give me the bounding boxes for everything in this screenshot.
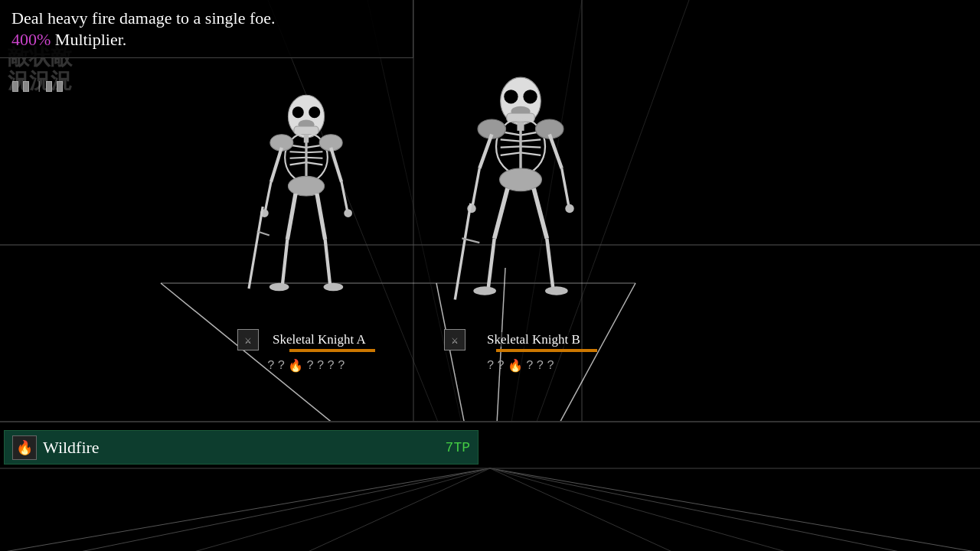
svg-point-68 <box>565 204 573 213</box>
skeleton-a-icon: ⚔ <box>237 329 259 350</box>
skeleton-a-name: Skeletal Knight A <box>273 332 366 347</box>
svg-point-75 <box>545 286 568 295</box>
svg-point-46 <box>504 90 518 103</box>
svg-line-83 <box>490 468 789 551</box>
svg-line-30 <box>271 148 282 182</box>
svg-line-25 <box>306 158 322 158</box>
skeleton-b-sprite <box>444 77 597 321</box>
svg-line-38 <box>283 240 287 285</box>
svg-line-22 <box>290 162 306 165</box>
multiplier-suffix: Multiplier. <box>51 30 126 49</box>
fire-status-icon: 🔥 <box>288 358 303 373</box>
svg-line-33 <box>341 182 348 211</box>
hp-segment <box>12 81 18 92</box>
svg-line-66 <box>562 168 569 206</box>
fire-status-b-icon: 🔥 <box>508 358 523 373</box>
svg-line-39 <box>317 194 325 240</box>
svg-line-43 <box>249 207 263 289</box>
skeleton-a-container[interactable]: ⚔ Skeletal Knight A ? ? 🔥 ? ? ? ? <box>237 92 375 373</box>
svg-line-57 <box>521 139 541 141</box>
svg-line-72 <box>534 188 547 238</box>
hp-segment <box>23 81 29 92</box>
svg-point-14 <box>309 106 320 118</box>
svg-line-24 <box>306 152 322 152</box>
svg-line-40 <box>325 240 330 285</box>
svg-point-47 <box>523 90 537 103</box>
description-area: Deal heavy fire damage to a single foe. … <box>0 0 413 58</box>
svg-line-82 <box>191 468 490 551</box>
hp-divider: | <box>36 80 42 93</box>
svg-line-63 <box>479 134 492 168</box>
skeleton-a-hp-bar <box>289 349 375 352</box>
svg-line-59 <box>521 152 541 155</box>
svg-line-70 <box>495 188 508 238</box>
hp-bar-container: | <box>11 80 64 93</box>
wildfire-icon: 🔥 <box>12 435 37 460</box>
skeleton-b-icon: ⚔ <box>444 329 466 350</box>
wildfire-name: Wildfire <box>43 438 439 458</box>
skeleton-b-name: Skeletal Knight B <box>487 332 580 347</box>
svg-line-32 <box>331 148 341 182</box>
skeleton-b-status: ? ? 🔥 ? ? ? <box>444 358 597 373</box>
multiplier-text: 400% <box>11 30 51 49</box>
skeleton-a-nameplate: ⚔ Skeletal Knight A <box>237 329 375 350</box>
svg-line-31 <box>265 182 271 211</box>
description-text: Deal heavy fire damage to a single foe. <box>11 8 401 30</box>
svg-point-69 <box>500 168 542 191</box>
svg-point-13 <box>292 106 304 118</box>
skeleton-b-hp-fill <box>496 349 597 352</box>
svg-line-80 <box>77 468 490 551</box>
wildfire-action[interactable]: 🔥 Wildfire 7TP <box>4 430 479 465</box>
skeleton-b-hp-bar <box>496 349 597 352</box>
svg-line-53 <box>501 139 521 141</box>
skeleton-b-nameplate: ⚔ Skeletal Knight B <box>444 329 597 350</box>
svg-line-73 <box>547 238 553 288</box>
svg-point-36 <box>288 176 324 196</box>
svg-line-64 <box>472 168 479 206</box>
svg-line-55 <box>501 152 521 155</box>
svg-point-42 <box>324 283 344 292</box>
skeleton-a-hp-fill <box>289 349 375 352</box>
action-bar: 🔥 Wildfire 7TP <box>0 421 980 551</box>
hp-segment <box>46 81 52 92</box>
svg-line-71 <box>488 238 495 288</box>
svg-line-37 <box>287 194 296 240</box>
svg-line-54 <box>501 146 521 147</box>
svg-line-78 <box>0 468 490 551</box>
svg-line-84 <box>306 468 490 551</box>
hp-widget: | <box>11 80 64 93</box>
svg-line-65 <box>550 134 562 168</box>
hp-segment <box>57 81 63 92</box>
wildfire-tp: 7TP <box>446 440 470 455</box>
battle-area: Deal heavy fire damage to a single foe. … <box>0 0 980 421</box>
skeleton-a-sprite <box>237 92 375 321</box>
svg-point-74 <box>473 286 496 295</box>
svg-line-79 <box>490 468 980 551</box>
svg-line-20 <box>290 152 306 152</box>
svg-line-85 <box>490 468 674 551</box>
svg-line-81 <box>490 468 903 551</box>
svg-point-41 <box>270 283 289 292</box>
skeleton-a-status: ? ? 🔥 ? ? ? ? <box>237 358 375 373</box>
svg-line-58 <box>521 146 541 147</box>
svg-line-76 <box>455 204 471 300</box>
svg-line-21 <box>290 158 306 158</box>
svg-line-26 <box>306 162 322 165</box>
skeleton-b-container[interactable]: ⚔ Skeletal Knight B ? ? 🔥 ? ? ? <box>444 77 597 373</box>
svg-point-35 <box>344 209 352 217</box>
